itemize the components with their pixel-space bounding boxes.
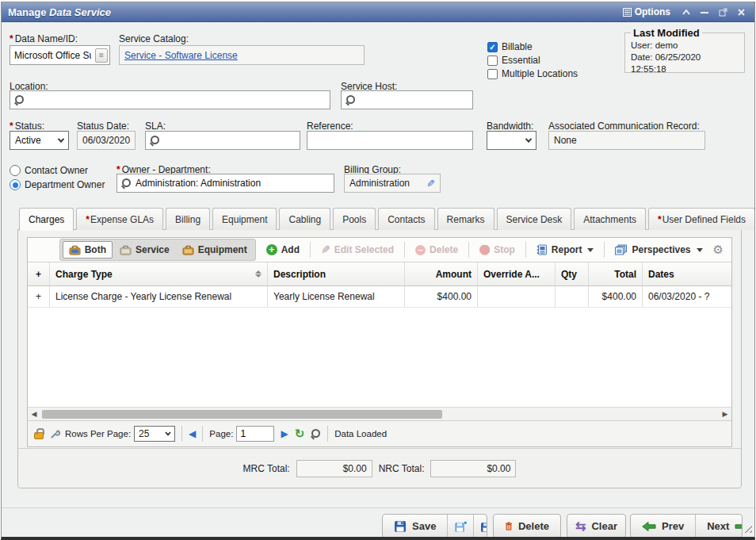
pager-separator xyxy=(327,426,328,442)
page-input[interactable] xyxy=(236,426,274,442)
options-button[interactable]: Options xyxy=(618,5,675,19)
wrench-icon[interactable] xyxy=(50,429,60,439)
row-expand-toggle[interactable]: + xyxy=(28,286,50,307)
column-description[interactable]: Description xyxy=(268,262,405,285)
status-select[interactable]: Active xyxy=(10,131,69,150)
column-total[interactable]: Total xyxy=(589,262,643,285)
column-dates[interactable]: Dates xyxy=(643,262,731,285)
perspectives-button[interactable]: Perspectives xyxy=(609,242,708,258)
briefcase-both-icon xyxy=(69,245,81,255)
column-amount[interactable]: Amount xyxy=(405,262,478,285)
prev-button[interactable]: Prev xyxy=(631,515,695,538)
tab-service-desk[interactable]: Service Desk xyxy=(497,208,572,230)
scrollbar-thumb[interactable] xyxy=(42,410,442,419)
grid-empty-area xyxy=(28,308,731,407)
column-qty[interactable]: Qty xyxy=(556,262,589,285)
sla-field xyxy=(145,131,300,150)
minimize-button[interactable] xyxy=(697,6,712,18)
tab-equipment[interactable]: Equipment xyxy=(212,208,277,230)
tab-charges[interactable]: Charges xyxy=(19,208,74,231)
column-override-amount[interactable]: Override A... xyxy=(478,262,556,285)
contact-owner-radio[interactable] xyxy=(10,165,21,176)
owner-department-input[interactable] xyxy=(132,174,334,192)
tab-user-defined-fields[interactable]: *User Defined Fields xyxy=(648,208,755,230)
prev-next-group: Prev Next xyxy=(630,514,743,538)
tab-remarks[interactable]: Remarks xyxy=(437,208,494,230)
delete-row-button[interactable]: – Delete xyxy=(410,242,464,258)
trash-icon xyxy=(505,520,513,532)
bandwidth-label: Bandwidth: xyxy=(487,121,533,132)
collapse-button[interactable] xyxy=(679,6,693,18)
department-owner-radio[interactable] xyxy=(10,179,21,190)
tab-billing[interactable]: Billing xyxy=(166,208,210,230)
scroll-right-arrow[interactable]: ▶ xyxy=(719,410,731,418)
last-modified-panel: Last Modified User: demo Date: 06/25/202… xyxy=(624,27,745,73)
tab-expense-glas[interactable]: *Expense GLAs xyxy=(76,208,163,230)
edit-selected-button[interactable]: ✎ Edit Selected xyxy=(315,241,399,259)
resize-handle[interactable] xyxy=(742,523,752,533)
chevron-down-icon xyxy=(525,136,532,142)
grid-pager: Rows Per Page: 25 ◀ Page: ▶ ↻ Data Loade… xyxy=(28,420,731,446)
toolbar-separator xyxy=(525,242,526,258)
required-marker: * xyxy=(10,121,13,132)
billable-checkbox[interactable]: ✓ xyxy=(487,42,498,52)
tab-attachments[interactable]: Attachments xyxy=(574,208,646,230)
horizontal-scrollbar[interactable]: ◀ ▶ xyxy=(28,407,731,420)
save-and-close-button[interactable] xyxy=(473,515,487,538)
data-name-input[interactable] xyxy=(10,46,95,64)
charges-grid: Both Service Equipment + Add ✎ Edit Sele… xyxy=(27,237,732,447)
department-owner-radio-row[interactable]: Department Owner xyxy=(10,179,105,190)
delete-button[interactable]: Delete xyxy=(494,515,560,538)
cell-total: $400.00 xyxy=(589,286,643,307)
column-expand[interactable]: + xyxy=(28,262,50,285)
data-name-detail-button[interactable]: ≡ xyxy=(95,48,108,63)
save-and-new-button[interactable] xyxy=(447,515,473,538)
gear-icon[interactable]: ⚙ xyxy=(713,243,724,257)
service-catalog-label: Service Catalog: xyxy=(119,33,189,44)
service-button[interactable]: Service xyxy=(114,242,175,258)
edit-pencil-icon[interactable]: ✎ xyxy=(426,178,435,190)
rows-per-page-select[interactable]: 25 xyxy=(134,426,175,442)
reference-input[interactable] xyxy=(307,132,472,149)
equipment-button[interactable]: Equipment xyxy=(177,242,253,258)
contact-owner-radio-row[interactable]: Contact Owner xyxy=(10,165,88,176)
lock-icon[interactable] xyxy=(34,432,44,439)
stop-button[interactable]: Stop xyxy=(474,242,521,258)
save-button-group: Save xyxy=(382,514,487,538)
sla-input[interactable] xyxy=(160,132,300,149)
save-button[interactable]: Save xyxy=(383,515,447,538)
both-button[interactable]: Both xyxy=(63,241,113,259)
essential-checkbox-row[interactable]: Essential xyxy=(487,55,540,66)
report-button[interactable]: Report xyxy=(531,242,600,258)
column-charge-type[interactable]: Charge Type xyxy=(50,262,268,285)
tab-contacts[interactable]: Contacts xyxy=(378,208,434,230)
pencil-icon: ✎ xyxy=(321,243,330,256)
tab-cabling[interactable]: Cabling xyxy=(279,208,330,230)
tab-pools[interactable]: Pools xyxy=(333,208,376,230)
scroll-left-arrow[interactable]: ◀ xyxy=(28,410,40,418)
clear-button[interactable]: ⇆ Clear xyxy=(567,515,625,538)
status-label: *Status: xyxy=(10,121,44,132)
search-grid-icon[interactable] xyxy=(311,429,321,439)
add-button[interactable]: + Add xyxy=(261,242,305,258)
service-host-input[interactable] xyxy=(356,91,472,109)
service-catalog-link[interactable]: Service - Software License xyxy=(124,50,238,61)
refresh-icon[interactable]: ↻ xyxy=(295,427,305,441)
multiple-locations-checkbox-row[interactable]: Multiple Locations xyxy=(487,68,578,79)
table-row[interactable]: + License Charge - Yearly License Renewa… xyxy=(28,286,731,308)
next-button[interactable]: Next xyxy=(695,515,743,538)
billable-checkbox-row[interactable]: ✓ Billable xyxy=(487,41,533,52)
save-icon xyxy=(394,520,407,533)
grid-header-row: + Charge Type Description Amount Overrid… xyxy=(28,262,731,286)
bandwidth-select[interactable] xyxy=(487,131,536,150)
close-button[interactable] xyxy=(734,6,748,18)
next-page-button[interactable]: ▶ xyxy=(281,428,288,439)
multiple-locations-checkbox[interactable] xyxy=(487,69,498,79)
location-input[interactable] xyxy=(25,91,330,109)
prev-page-button[interactable]: ◀ xyxy=(189,428,196,439)
popout-button[interactable] xyxy=(716,6,730,18)
window-titlebar[interactable]: Manage Data Service Options xyxy=(2,2,754,22)
page-label: Page: xyxy=(209,429,233,439)
essential-checkbox[interactable] xyxy=(487,56,498,66)
toolbar-separator xyxy=(310,242,311,258)
